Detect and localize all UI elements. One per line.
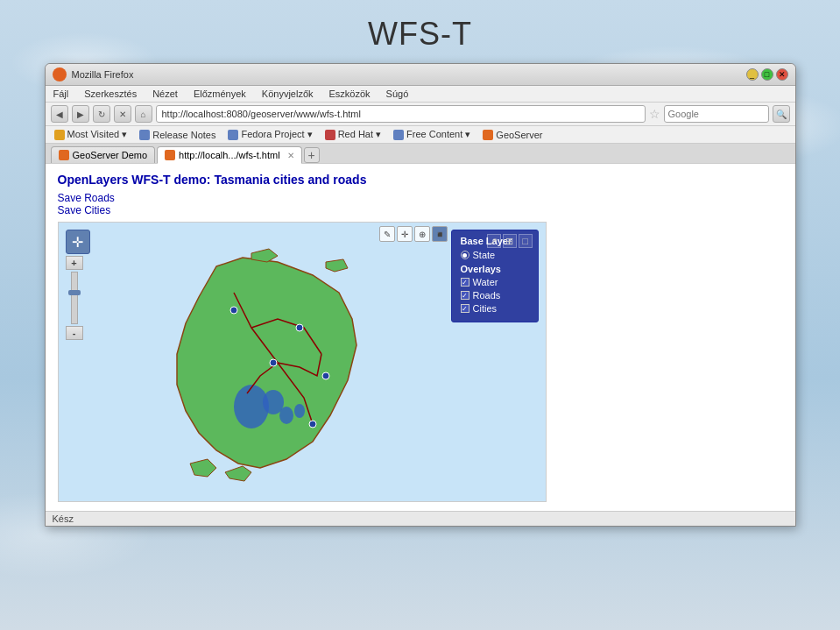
page-heading: OpenLayers WFS-T demo: Tasmania cities a… [58, 173, 783, 187]
bookmark-fedora[interactable]: Fedora Project ▾ [224, 128, 315, 141]
zoom-in-button[interactable]: + [66, 256, 83, 270]
bookmark-geoserver[interactable]: GeoServer [479, 129, 546, 141]
menu-tools[interactable]: Eszközök [327, 88, 373, 100]
menu-view[interactable]: Nézet [150, 88, 180, 100]
stop-button[interactable]: ✕ [114, 105, 131, 123]
tab-icon [165, 150, 175, 160]
city-3 [309, 421, 316, 428]
page-content: OpenLayers WFS-T demo: Tasmania cities a… [46, 163, 795, 511]
free-content-icon [393, 130, 404, 140]
state-label: State [473, 250, 496, 260]
most-visited-icon [54, 130, 65, 140]
map-tool-zoom[interactable]: ⊕ [414, 226, 430, 242]
tab-label: GeoServer Demo [73, 150, 148, 160]
new-tab-button[interactable]: + [304, 147, 320, 163]
map-controls: ✛ + - [66, 230, 90, 341]
zoom-out-button[interactable]: - [66, 326, 83, 340]
state-row: State [461, 250, 529, 260]
cities-label: Cities [473, 303, 498, 314]
water-checkbox[interactable]: ✓ [461, 278, 469, 287]
maximize-button[interactable]: □ [761, 68, 773, 81]
save-cities-link[interactable]: Save Cities [58, 204, 111, 216]
lake-4 [294, 404, 305, 418]
bookmark-label: Fedora Project ▾ [241, 129, 312, 140]
state-radio[interactable] [461, 251, 469, 259]
menu-file[interactable]: Fájl [51, 88, 72, 100]
page-links: Save Roads Save Cities [58, 192, 783, 216]
url-bar[interactable] [156, 105, 646, 123]
menu-bookmarks[interactable]: Könyvjelzők [259, 88, 316, 100]
redhat-icon [325, 130, 335, 140]
tab-close-icon[interactable]: ✕ [287, 151, 294, 160]
bookmark-release-notes[interactable]: Release Notes [136, 129, 219, 141]
bookmark-label: Free Content ▾ [406, 129, 470, 140]
menu-bar: Fájl Szerkesztés Nézet Előzmények Könyvj… [46, 86, 795, 103]
roads-label: Roads [473, 290, 501, 301]
back-button[interactable]: ◀ [51, 105, 68, 123]
page-title: WFS-T [0, 0, 840, 63]
pan-control[interactable]: ✛ [66, 230, 90, 254]
cities-row: ✓ Cities [461, 303, 529, 314]
city-5 [322, 372, 329, 379]
tab-wfs-t[interactable]: http://localh.../wfs-t.html ✕ [157, 146, 302, 164]
bookmark-most-visited[interactable]: Most Visited ▾ [51, 128, 131, 141]
fedora-icon [228, 130, 238, 140]
tasmania-island-top2 [326, 259, 348, 272]
forward-button[interactable]: ▶ [72, 105, 89, 123]
tasmania-island-2 [225, 466, 251, 481]
map-tool-pencil[interactable]: ✎ [379, 226, 395, 242]
bookmark-label: Release Notes [152, 130, 215, 140]
water-label: Water [473, 277, 498, 287]
tab-label: http://localh.../wfs-t.html [179, 150, 280, 160]
close-button[interactable]: ✕ [776, 68, 788, 81]
tasmania-island-1 [190, 459, 216, 477]
browser-window: Mozilla Firefox _ □ ✕ Fájl Szerkesztés N… [45, 63, 796, 527]
status-bar: Kész [46, 511, 795, 526]
roads-checkbox[interactable]: ✓ [461, 291, 469, 300]
status-text: Kész [53, 513, 74, 524]
layer-tool-1[interactable]: ↗ [487, 234, 501, 248]
search-input[interactable] [664, 105, 769, 123]
geoserver-icon [483, 130, 493, 140]
menu-help[interactable]: Súgó [384, 88, 412, 100]
home-button[interactable]: ⌂ [135, 105, 152, 123]
roads-row: ✓ Roads [461, 290, 529, 301]
star-icon[interactable]: ☆ [649, 107, 660, 121]
tab-geoserver-demo[interactable]: GeoServer Demo [51, 146, 156, 163]
tab-icon [59, 150, 69, 160]
cities-checkbox[interactable]: ✓ [461, 304, 469, 313]
menu-history[interactable]: Előzmények [191, 88, 249, 100]
bookmark-label: Red Hat ▾ [338, 129, 381, 140]
layer-tool-collapse[interactable]: □ [519, 234, 533, 248]
title-bar: Mozilla Firefox _ □ ✕ [46, 64, 795, 86]
browser-title: Mozilla Firefox [72, 69, 741, 80]
tasmania-island-top [251, 249, 278, 262]
layer-tool-2[interactable]: ⊞ [503, 234, 517, 248]
menu-edit[interactable]: Szerkesztés [81, 88, 139, 100]
tab-bar: GeoServer Demo http://localh.../wfs-t.ht… [46, 144, 795, 163]
city-2 [270, 359, 277, 366]
map-container: ✎ ✛ ⊕ ◾ ✛ + - [58, 222, 547, 502]
map-tool-point[interactable]: ✛ [397, 226, 413, 242]
tasmania-svg[interactable] [102, 240, 435, 502]
bookmark-free-content[interactable]: Free Content ▾ [390, 128, 474, 141]
city-4 [230, 307, 237, 314]
browser-icon [53, 67, 67, 81]
bookmark-redhat[interactable]: Red Hat ▾ [321, 128, 385, 141]
window-controls: _ □ ✕ [746, 68, 788, 81]
bookmarks-bar: Most Visited ▾ Release Notes Fedora Proj… [46, 126, 795, 144]
city-1 [296, 324, 303, 331]
map-toolbar: ✎ ✛ ⊕ ◾ [379, 226, 448, 242]
search-button[interactable]: 🔍 [773, 105, 790, 123]
release-notes-icon [139, 130, 150, 140]
overlays-header: Overlays [461, 264, 529, 274]
reload-button[interactable]: ↻ [93, 105, 110, 123]
map-tool-collapse[interactable]: ◾ [432, 226, 448, 242]
minimize-button[interactable]: _ [746, 68, 759, 81]
save-roads-link[interactable]: Save Roads [58, 192, 115, 204]
zoom-thumb [68, 290, 81, 295]
zoom-slider [71, 272, 78, 324]
lake-3 [279, 407, 293, 424]
layer-tools: ↗ ⊞ □ [487, 234, 533, 248]
bookmark-label: Most Visited ▾ [67, 129, 128, 140]
